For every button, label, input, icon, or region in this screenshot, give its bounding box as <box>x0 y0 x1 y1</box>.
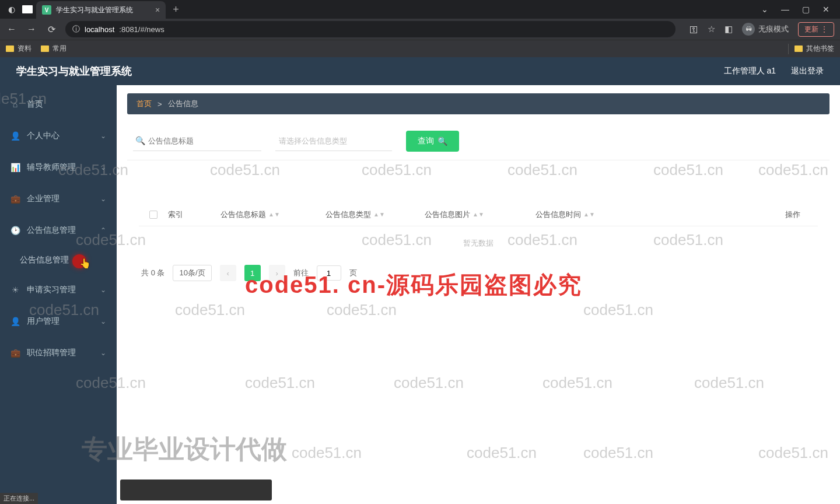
search-title-wrap: 🔍 <box>133 131 261 151</box>
close-window-icon[interactable]: ✕ <box>822 5 830 14</box>
reload-icon[interactable]: ⟳ <box>46 24 57 35</box>
col-checkbox[interactable] <box>139 209 168 220</box>
sys-icon-globe[interactable]: ◐ <box>5 2 19 16</box>
pager-goto-input[interactable] <box>317 265 341 281</box>
col-index[interactable]: 索引 <box>168 209 220 220</box>
search-title-input[interactable] <box>133 131 261 151</box>
current-user-label[interactable]: 工作管理人 a1 <box>724 66 776 76</box>
tab-favicon-icon: V <box>42 5 51 15</box>
sidebar: ⌂ 首页 👤 个人中心 ⌄ 📊 辅导教师管理 ⌄ 💼 企业管理 ⌄ <box>0 85 117 504</box>
main-content: 首页 > 公告信息 🔍 请选择公告信息类型 查询 🔍 <box>117 85 840 504</box>
folder-icon <box>41 46 49 52</box>
menu-dots-icon[interactable]: ⋮ <box>821 25 828 33</box>
chevron-up-icon: ⌃ <box>100 226 106 235</box>
search-type-select[interactable]: 请选择公告信息类型 <box>275 131 392 151</box>
sidebar-item-job[interactable]: 💼 职位招聘管理 ⌄ <box>0 337 117 369</box>
chevron-down-icon: ⌄ <box>100 317 106 326</box>
table-container: 索引 公告信息标题▲▼ 公告信息类型▲▼ 公告信息图片▲▼ 公告信息时间▲▼ 操… <box>127 169 830 298</box>
chevron-down-icon: ⌄ <box>100 163 106 172</box>
chevron-down-icon: ⌄ <box>100 349 106 357</box>
pager-size-select[interactable]: 10条/页 <box>173 265 211 281</box>
chevron-down-icon: ⌄ <box>100 286 106 294</box>
other-bookmarks[interactable]: 其他书签 <box>794 44 834 54</box>
query-button[interactable]: 查询 🔍 <box>406 131 459 152</box>
incognito-label: 无痕模式 <box>758 24 789 34</box>
tab-search-icon[interactable]: ⌄ <box>761 5 768 14</box>
back-icon[interactable]: ← <box>6 24 18 34</box>
col-type[interactable]: 公告信息类型▲▼ <box>326 209 425 220</box>
pager-goto-suffix: 页 <box>349 268 357 278</box>
checkbox-icon[interactable] <box>149 211 158 219</box>
pointer-cursor-icon: 👆 <box>79 258 91 269</box>
minimize-icon[interactable]: — <box>781 5 789 14</box>
sidebar-item-notice[interactable]: 🕑 公告信息管理 ⌃ <box>0 215 117 246</box>
pagination: 共 0 条 10条/页 ‹ 1 › 前往 页 <box>139 260 818 286</box>
password-key-icon[interactable]: ⚿ <box>690 24 698 34</box>
chart-icon: 📊 <box>10 163 20 172</box>
folder-icon <box>6 46 14 52</box>
incognito-indicator[interactable]: 🕶 无痕模式 <box>742 23 789 36</box>
browser-tab-active[interactable]: V 学生实习与就业管理系统 × <box>36 1 166 19</box>
new-tab-button[interactable]: + <box>173 4 179 16</box>
extensions-icon[interactable]: ◧ <box>724 24 733 34</box>
pager-total: 共 0 条 <box>141 268 164 278</box>
sidebar-item-intern[interactable]: ☀ 申请实习管理 ⌄ <box>0 274 117 306</box>
bookmark-item[interactable]: 常用 <box>41 44 66 54</box>
browser-status-bar: 正在连接... <box>0 493 38 504</box>
url-tail: :8081/#/news <box>119 25 164 34</box>
home-icon: ⌂ <box>10 100 20 109</box>
sidebar-item-teacher[interactable]: 📊 辅导教师管理 ⌄ <box>0 152 117 183</box>
sun-icon: ☀ <box>10 285 20 295</box>
bookmark-item[interactable]: 资料 <box>6 44 32 54</box>
table-header-row: 索引 公告信息标题▲▼ 公告信息类型▲▼ 公告信息图片▲▼ 公告信息时间▲▼ 操… <box>139 204 818 226</box>
bookmark-star-icon[interactable]: ☆ <box>708 24 715 34</box>
user-icon: 👤 <box>10 131 20 141</box>
sys-icon-window[interactable] <box>22 5 33 13</box>
browser-update-button[interactable]: 更新 ⋮ <box>798 22 834 37</box>
url-input[interactable]: ⓘ localhost:8081/#/news <box>65 21 676 37</box>
col-title[interactable]: 公告信息标题▲▼ <box>220 209 326 220</box>
sort-icon[interactable]: ▲▼ <box>373 213 385 216</box>
pager-next[interactable]: › <box>269 265 285 281</box>
briefcase-icon: 💼 <box>10 194 20 204</box>
site-info-icon[interactable]: ⓘ <box>72 24 80 34</box>
breadcrumb-sep: > <box>158 100 162 108</box>
search-bar: 🔍 请选择公告信息类型 查询 🔍 <box>127 123 830 160</box>
search-icon: 🔍 <box>135 136 145 145</box>
search-icon: 🔍 <box>438 136 447 146</box>
pager-page-1[interactable]: 1 <box>244 265 261 281</box>
col-time[interactable]: 公告信息时间▲▼ <box>536 209 687 220</box>
breadcrumb-current: 公告信息 <box>168 99 198 109</box>
user-icon: 👤 <box>10 317 20 326</box>
address-bar: ← → ⟳ ⓘ localhost:8081/#/news ⚿ ☆ ◧ 🕶 无痕… <box>0 19 840 40</box>
tab-close-icon[interactable]: × <box>155 5 160 15</box>
tooltip-popup <box>120 480 272 501</box>
folder-icon <box>794 46 803 52</box>
clock-icon: 🕑 <box>10 226 20 235</box>
pager-goto-label: 前往 <box>293 268 309 278</box>
breadcrumb-home[interactable]: 首页 <box>136 99 152 109</box>
sidebar-subitem-notice[interactable]: 公告信息管理 👆 <box>0 246 117 274</box>
breadcrumb: 首页 > 公告信息 <box>127 93 830 114</box>
logout-link[interactable]: 退出登录 <box>791 66 824 76</box>
maximize-icon[interactable]: ▢ <box>802 5 810 14</box>
app-title: 学生实习与就业管理系统 <box>16 64 132 78</box>
sort-icon[interactable]: ▲▼ <box>268 213 280 216</box>
url-host: localhost <box>85 25 114 34</box>
separator <box>788 44 789 54</box>
sidebar-item-user[interactable]: 👤 用户管理 ⌄ <box>0 306 117 337</box>
sort-icon[interactable]: ▲▼ <box>473 213 484 216</box>
sidebar-item-home[interactable]: ⌂ 首页 <box>0 89 117 120</box>
sidebar-item-company[interactable]: 💼 企业管理 ⌄ <box>0 183 117 215</box>
forward-icon[interactable]: → <box>26 24 37 34</box>
col-op: 操作 <box>687 209 818 220</box>
incognito-icon: 🕶 <box>742 23 755 36</box>
pager-prev[interactable]: ‹ <box>220 265 236 281</box>
sort-icon[interactable]: ▲▼ <box>583 213 595 216</box>
app-header: 学生实习与就业管理系统 工作管理人 a1 退出登录 <box>0 57 840 85</box>
browser-tab-strip: ◐ V 学生实习与就业管理系统 × + ⌄ — ▢ ✕ <box>0 0 840 19</box>
sidebar-item-personal[interactable]: 👤 个人中心 ⌄ <box>0 120 117 152</box>
chevron-down-icon: ⌄ <box>100 132 106 140</box>
tab-title: 学生实习与就业管理系统 <box>56 5 133 15</box>
col-pic[interactable]: 公告信息图片▲▼ <box>425 209 536 220</box>
